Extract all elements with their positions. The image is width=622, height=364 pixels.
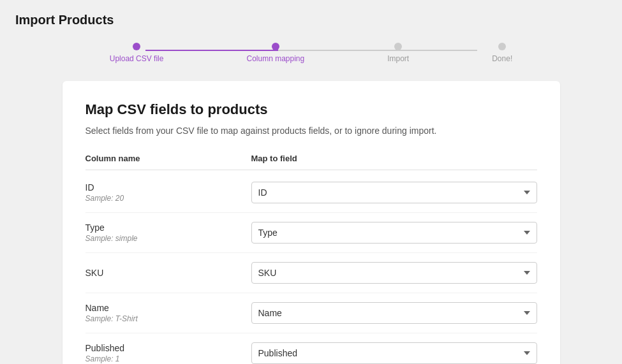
map-to-select[interactable]: SKUIDTypeNamePublishedIs featured?Visibi… [251,262,537,284]
field-name: SKU [85,268,251,278]
mapping-card: Map CSV fields to products Select fields… [63,81,560,364]
col-field-header: Map to field [251,154,537,163]
table-row: NameSample: T-ShirtNameIDTypeSKUPublishe… [85,293,537,333]
stepper-steps: Upload CSV file Column mapping Import Do… [110,43,512,63]
field-name: Name [85,303,251,313]
table-row: SKUSKUIDTypeNamePublishedIs featured?Vis… [85,253,537,293]
step-label-done: Done! [492,54,512,63]
step-upload: Upload CSV file [110,43,164,63]
field-sample: Sample: 20 [85,194,251,203]
col-name-cell: IDSample: 20 [85,182,251,203]
table-row: PublishedSample: 1PublishedIDTypeSKUName… [85,333,537,364]
map-to-select[interactable]: IDTypeSKUNamePublishedIs featured?Visibi… [251,182,537,203]
map-to-select[interactable]: TypeIDSKUNamePublishedIs featured?Visibi… [251,222,537,244]
page-title: Import Products [15,13,607,27]
field-name: ID [85,182,251,193]
map-to-select[interactable]: NameIDTypeSKUPublishedIs featured?Visibi… [251,302,537,324]
step-dot-import [394,43,402,50]
map-to-select[interactable]: PublishedIDTypeSKUNameIs featured?Visibi… [251,342,537,364]
step-label-mapping: Column mapping [246,54,304,63]
step-label-import: Import [387,54,409,63]
step-done: Done! [492,43,512,63]
step-label-upload: Upload CSV file [110,54,164,63]
step-mapping: Column mapping [246,43,304,63]
card-title: Map CSV fields to products [85,101,537,118]
table-header: Column name Map to field [85,154,537,170]
step-import: Import [387,43,409,63]
field-sample: Sample: simple [85,234,251,243]
col-name-cell: TypeSample: simple [85,222,251,243]
table-row: IDSample: 20IDTypeSKUNamePublishedIs fea… [85,173,537,213]
field-name: Published [85,343,251,353]
step-dot-mapping [272,43,279,50]
mapping-table: Column name Map to field IDSample: 20IDT… [85,154,537,364]
col-field-cell: PublishedIDTypeSKUNameIs featured?Visibi… [251,342,537,364]
col-field-cell: IDTypeSKUNamePublishedIs featured?Visibi… [251,182,537,203]
field-sample: Sample: 1 [85,354,251,363]
col-name-cell: SKU [85,268,251,278]
col-name-cell: NameSample: T-Shirt [85,303,251,323]
step-dot-done [498,43,506,50]
table-row: TypeSample: simpleTypeIDSKUNamePublished… [85,213,537,253]
field-sample: Sample: T-Shirt [85,314,251,323]
col-name-header: Column name [85,154,251,163]
col-name-cell: PublishedSample: 1 [85,343,251,363]
field-name: Type [85,222,251,233]
step-dot-upload [133,43,140,50]
card-description: Select fields from your CSV file to map … [85,126,537,136]
col-field-cell: SKUIDTypeNamePublishedIs featured?Visibi… [251,262,537,284]
col-field-cell: NameIDTypeSKUPublishedIs featured?Visibi… [251,302,537,324]
col-field-cell: TypeIDSKUNamePublishedIs featured?Visibi… [251,222,537,244]
table-rows: IDSample: 20IDTypeSKUNamePublishedIs fea… [85,173,537,364]
stepper: Upload CSV file Column mapping Import Do… [15,43,607,63]
